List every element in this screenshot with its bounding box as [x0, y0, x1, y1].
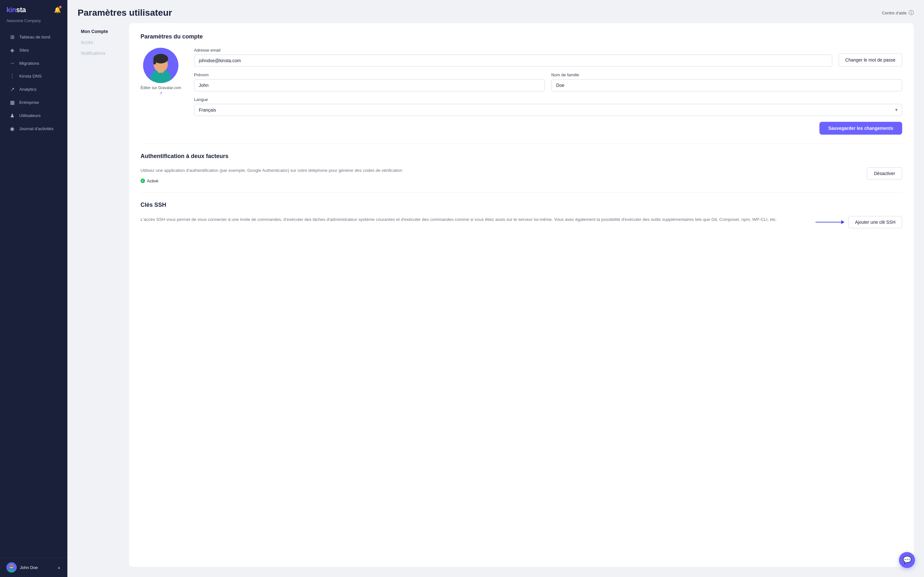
language-select[interactable]: Français English Español — [194, 104, 902, 116]
email-label: Adresse email — [194, 48, 832, 53]
dns-icon: ⋮ — [9, 73, 15, 79]
content-wrapper: Mon Compte Accès Notifications Paramètre… — [67, 23, 924, 577]
kinsta-logo: kinsta — [6, 6, 26, 14]
lastname-input[interactable] — [551, 79, 902, 91]
home-icon: ⊞ — [9, 34, 15, 40]
firstname-label: Prénom — [194, 73, 545, 77]
sub-nav-notifications[interactable]: Notifications — [78, 48, 129, 58]
sites-icon: ◈ — [9, 47, 15, 53]
sidebar-item-entreprise[interactable]: ▦ Entreprise — [3, 96, 65, 109]
change-password-button[interactable]: Changer le mot de passe — [838, 53, 902, 67]
name-row: Prénom Nom de famille — [194, 73, 902, 91]
sub-nav: Mon Compte Accès Notifications — [78, 23, 129, 567]
sidebar: kinsta 🔔 Awesome Company ⊞ Tableau de bo… — [0, 0, 67, 577]
utilisateurs-icon: ♟ — [9, 113, 15, 119]
deactivate-button[interactable]: Désactiver — [867, 167, 902, 179]
active-status-icon — [141, 179, 145, 183]
entreprise-icon: ▦ — [9, 99, 15, 105]
avatar-circle — [143, 48, 178, 83]
save-button[interactable]: Sauvegarder les changements — [819, 122, 902, 135]
sidebar-item-kinsta-dns[interactable]: ⋮ Kinsta DNS — [3, 70, 65, 82]
sub-nav-mon-compte[interactable]: Mon Compte — [78, 26, 129, 37]
company-name: Awesome Company — [0, 19, 67, 28]
main-content: Paramètres utilisateur Centre d'aide ⓘ M… — [67, 0, 924, 577]
page-title: Paramètres utilisateur — [78, 8, 172, 18]
twofa-row: Utilisez une application d'authentificat… — [141, 167, 902, 183]
sidebar-item-sites[interactable]: ◈ Sites — [3, 44, 65, 56]
divider-2 — [141, 192, 902, 193]
account-top: Éditer sur Gravatar.com ↗ Adresse email … — [141, 48, 902, 135]
sidebar-nav: ⊞ Tableau de bord ◈ Sites → Migrations ⋮… — [0, 28, 67, 558]
chat-button[interactable]: 💬 — [899, 552, 915, 568]
migrations-icon: → — [9, 60, 15, 66]
firstname-input[interactable] — [194, 79, 545, 91]
chat-icon: 💬 — [903, 556, 911, 564]
divider-1 — [141, 143, 902, 144]
arrow-head-icon — [841, 220, 845, 224]
status-badge: Activé — [141, 179, 158, 183]
sidebar-item-analytics[interactable]: ↗ Analytics — [3, 83, 65, 95]
arrow-line — [816, 222, 841, 222]
help-icon: ⓘ — [909, 10, 914, 16]
twofa-section-title: Authentification à deux facteurs — [141, 153, 902, 160]
avatar — [6, 562, 17, 572]
svg-rect-8 — [153, 59, 156, 64]
add-ssh-button[interactable]: Ajouter une clé SSH — [848, 216, 902, 228]
svg-rect-2 — [8, 569, 15, 572]
ssh-btn-area: Ajouter une clé SSH — [816, 216, 902, 228]
email-group: Adresse email — [194, 48, 832, 67]
topbar: Paramètres utilisateur Centre d'aide ⓘ — [67, 0, 924, 23]
twofa-desc: Utilisez une application d'authentificat… — [141, 167, 857, 174]
chevron-up-icon[interactable]: ▲ — [57, 565, 61, 570]
ssh-row: L'accès SSH vous permet de vous connecte… — [141, 216, 902, 228]
ssh-desc: L'accès SSH vous permet de vous connecte… — [141, 216, 806, 223]
journal-icon: ◉ — [9, 126, 15, 132]
sidebar-item-journal[interactable]: ◉ Journal d'activités — [3, 122, 65, 135]
gravatar-link[interactable]: Éditer sur Gravatar.com ↗ — [141, 85, 181, 95]
ssh-text: L'accès SSH vous permet de vous connecte… — [141, 216, 806, 223]
email-row: Adresse email Changer le mot de passe — [194, 48, 902, 67]
form-section: Adresse email Changer le mot de passe Pr… — [194, 48, 902, 135]
language-select-wrapper: Français English Español ▼ — [194, 104, 902, 116]
sidebar-item-utilisateurs[interactable]: ♟ Utilisateurs — [3, 109, 65, 122]
notification-bell[interactable]: 🔔 — [54, 6, 61, 13]
sidebar-footer: John Doe ▲ — [0, 558, 67, 577]
language-row: Langue Français English Español ▼ — [194, 97, 902, 116]
help-link[interactable]: Centre d'aide ⓘ — [882, 10, 914, 16]
lastname-label: Nom de famille — [551, 73, 902, 77]
footer-user[interactable]: John Doe — [6, 562, 38, 572]
email-input[interactable] — [194, 55, 832, 67]
sidebar-header: kinsta 🔔 — [0, 0, 67, 19]
ssh-section-title: Clés SSH — [141, 201, 902, 208]
bell-dot — [59, 6, 61, 8]
firstname-group: Prénom — [194, 73, 545, 91]
analytics-icon: ↗ — [9, 86, 15, 92]
sub-nav-acces[interactable]: Accès — [78, 37, 129, 47]
external-link-icon: ↗ — [159, 91, 163, 95]
language-group: Langue Français English Español ▼ — [194, 97, 902, 116]
sidebar-item-migrations[interactable]: → Migrations — [3, 57, 65, 69]
ssh-arrow — [816, 220, 845, 224]
avatar-section: Éditer sur Gravatar.com ↗ — [141, 48, 181, 135]
language-label: Langue — [194, 97, 902, 102]
footer-username: John Doe — [20, 565, 38, 570]
lastname-group: Nom de famille — [551, 73, 902, 91]
account-section-title: Paramètres du compte — [141, 33, 902, 40]
twofa-text: Utilisez une application d'authentificat… — [141, 167, 857, 183]
settings-card: Paramètres du compte — [129, 23, 914, 567]
save-row: Sauvegarder les changements — [194, 122, 902, 135]
sidebar-item-tableau-de-bord[interactable]: ⊞ Tableau de bord — [3, 31, 65, 43]
